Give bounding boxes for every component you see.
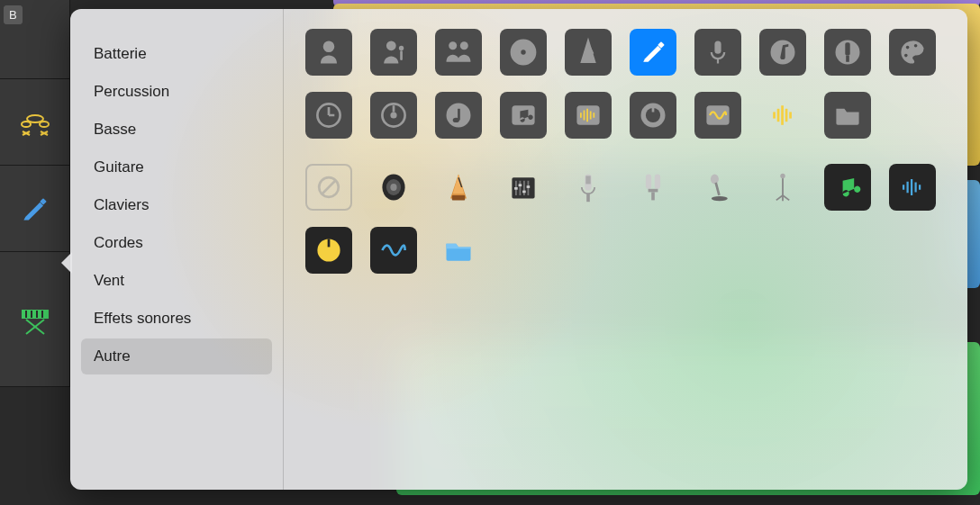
condenser-mic-photo-icon[interactable]: [565, 164, 612, 211]
icon-picker-popover: Batterie Percussion Basse Guitare Clavie…: [70, 9, 967, 490]
svg-point-62: [390, 184, 396, 191]
track-label: B: [4, 5, 23, 24]
svg-rect-72: [522, 191, 526, 194]
svg-point-1: [22, 122, 31, 127]
palette-icon[interactable]: [889, 29, 936, 76]
svg-rect-78: [655, 175, 660, 189]
music-note-circle-icon[interactable]: [759, 29, 806, 76]
knob-icon[interactable]: [630, 92, 676, 139]
vocalist-mic-icon[interactable]: [370, 29, 417, 76]
icon-row: [305, 164, 946, 211]
icon-row: [305, 29, 946, 76]
svg-rect-79: [649, 189, 658, 193]
audio-blue-icon[interactable]: [889, 164, 936, 211]
svg-rect-70: [514, 187, 518, 190]
microphone-icon[interactable]: [694, 29, 741, 76]
music-square-icon[interactable]: [500, 92, 547, 139]
sidebar-item-autre[interactable]: Autre: [81, 338, 272, 374]
svg-point-30: [906, 46, 910, 50]
svg-rect-55: [781, 105, 784, 125]
svg-rect-82: [714, 183, 720, 196]
audio-square-icon[interactable]: [694, 92, 741, 139]
folder-blue-icon[interactable]: [435, 227, 482, 274]
sidebar-item-label: Cordes: [94, 234, 143, 251]
stereo-mic-photo-icon[interactable]: [630, 164, 676, 211]
svg-point-17: [449, 41, 457, 50]
svg-rect-63: [452, 195, 465, 200]
sidebar-item-percussion[interactable]: Percussion: [81, 74, 272, 110]
svg-point-21: [521, 50, 525, 54]
svg-rect-29: [846, 56, 849, 62]
keyboard-stand-icon: [17, 302, 53, 338]
note-circle-icon[interactable]: [435, 92, 482, 139]
disabled-icon[interactable]: [305, 164, 352, 211]
category-sidebar: Batterie Percussion Basse Guitare Clavie…: [70, 9, 284, 490]
clock-icon[interactable]: [305, 92, 352, 139]
icon-row: [305, 92, 946, 139]
svg-rect-67: [520, 181, 522, 195]
sidebar-item-effets-sonores[interactable]: Effets sonores: [81, 301, 272, 337]
speaker-cone-icon[interactable]: [500, 29, 547, 76]
mic-stand-photo-icon[interactable]: [759, 164, 806, 211]
sidebar-item-label: Batterie: [94, 45, 147, 62]
svg-rect-75: [585, 176, 590, 184]
dial-icon[interactable]: [370, 92, 417, 139]
svg-point-18: [460, 41, 468, 50]
svg-rect-41: [458, 109, 460, 121]
sidebar-item-vent[interactable]: Vent: [81, 263, 272, 299]
svg-point-32: [904, 54, 908, 58]
metronome-photo-icon[interactable]: [435, 164, 482, 211]
svg-rect-54: [777, 109, 780, 122]
svg-rect-56: [785, 109, 788, 122]
mixer-photo-icon[interactable]: [500, 164, 547, 211]
track-header[interactable]: [0, 79, 70, 165]
sidebar-item-guitare[interactable]: Guitare: [81, 149, 272, 185]
track-header[interactable]: [0, 252, 70, 386]
folder-icon[interactable]: [824, 92, 871, 139]
pencil-icon: [19, 193, 51, 225]
track-header[interactable]: [0, 166, 70, 251]
jack-plug-icon[interactable]: [824, 29, 871, 76]
svg-point-84: [780, 174, 785, 178]
svg-rect-77: [646, 175, 651, 189]
sidebar-item-label: Effets sonores: [94, 310, 191, 327]
sidebar-item-label: Percussion: [94, 83, 169, 100]
svg-point-81: [711, 175, 719, 185]
waveform-blue-icon[interactable]: [370, 227, 417, 274]
svg-rect-76: [586, 194, 590, 202]
vocalist-icon[interactable]: [305, 29, 352, 76]
svg-rect-57: [789, 112, 792, 118]
midi-green-icon[interactable]: [824, 164, 871, 211]
svg-rect-71: [519, 184, 522, 186]
svg-rect-85: [782, 178, 784, 196]
svg-rect-68: [523, 181, 525, 195]
sidebar-item-label: Autre: [94, 347, 131, 365]
knob-yellow-icon[interactable]: [305, 227, 352, 274]
sidebar-item-batterie[interactable]: Batterie: [81, 36, 272, 72]
sidebar-item-label: Basse: [94, 121, 136, 138]
sidebar-item-label: Guitare: [94, 158, 144, 176]
speaker-photo-icon[interactable]: [370, 164, 417, 211]
sidebar-item-label: Claviers: [94, 196, 149, 213]
sidebar-item-basse[interactable]: Basse: [81, 112, 272, 148]
group-vocals-icon[interactable]: [435, 29, 482, 76]
waveform-square-icon[interactable]: [565, 92, 612, 139]
svg-point-16: [399, 46, 404, 50]
icon-row: [305, 227, 946, 274]
bars-audio-icon[interactable]: [759, 92, 806, 139]
svg-point-31: [914, 44, 918, 48]
desk-mic-photo-icon[interactable]: [694, 164, 741, 211]
svg-point-83: [712, 196, 728, 201]
svg-line-87: [783, 195, 789, 200]
sidebar-item-cordes[interactable]: Cordes: [81, 225, 272, 261]
pencil-icon[interactable]: [630, 29, 676, 76]
drum-kit-icon: [17, 104, 53, 140]
sidebar-item-claviers[interactable]: Claviers: [81, 187, 272, 223]
svg-rect-24: [714, 41, 721, 53]
svg-line-86: [776, 195, 783, 200]
svg-rect-53: [773, 112, 776, 118]
popover-arrow: [61, 252, 72, 274]
icon-grid: [284, 9, 967, 490]
svg-rect-73: [527, 185, 531, 188]
metronome-icon[interactable]: [565, 29, 612, 76]
